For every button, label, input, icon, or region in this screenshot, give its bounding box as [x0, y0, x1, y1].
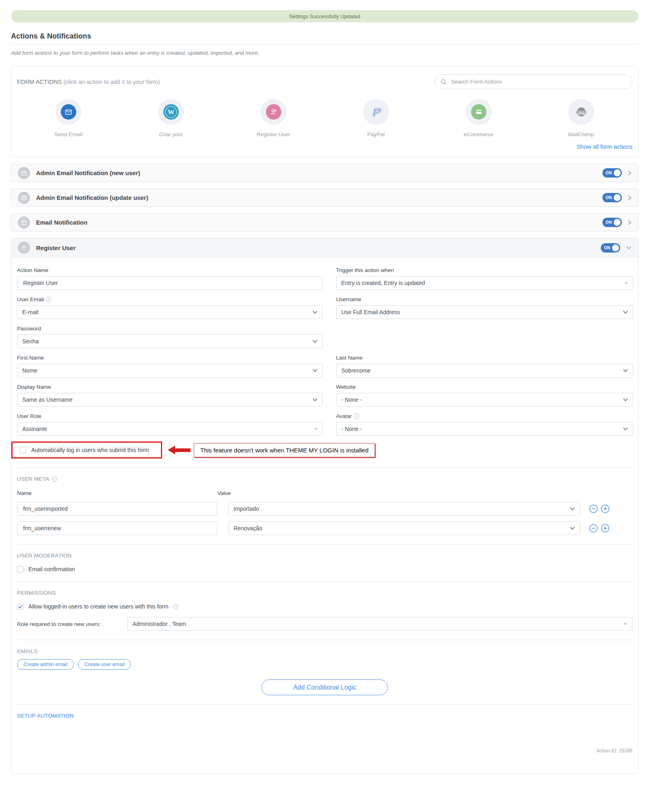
chevron-right-icon[interactable]	[628, 195, 632, 201]
first-name-select[interactable]: Nome	[17, 364, 323, 377]
create-user-email-button[interactable]: Create user email	[78, 659, 131, 670]
auto-login-label: Automatically log in users who submit th…	[31, 447, 149, 453]
emails-heading: EMAILS	[17, 648, 632, 654]
form-action-mailchimp[interactable]: MailChimp	[530, 99, 632, 137]
add-meta-button[interactable]	[601, 504, 610, 513]
info-icon[interactable]: i	[354, 413, 359, 419]
annotation-note: This feature doesn't work when THEME MY …	[194, 443, 375, 457]
caret-down-icon	[624, 623, 627, 625]
paypal-icon: PP	[368, 104, 384, 120]
user-meta-row: Importado	[17, 502, 632, 516]
search-form-actions[interactable]	[435, 74, 632, 89]
chevron-down-icon	[623, 369, 628, 372]
form-action-paypal[interactable]: PP PayPal	[325, 99, 427, 137]
action-row-admin-email-new-user[interactable]: Admin Email Notification (new user) ON	[11, 164, 638, 182]
avatar-select[interactable]: - None -	[336, 422, 633, 436]
password-select[interactable]: Senha	[17, 334, 323, 348]
action-name-label: Action Name	[17, 267, 323, 273]
email-icon	[18, 192, 30, 204]
section-divider	[17, 467, 632, 468]
action-name-input[interactable]	[22, 279, 317, 287]
user-email-select[interactable]: E-mail	[17, 305, 323, 319]
meta-value-select[interactable]: Importado	[228, 502, 580, 516]
last-name-label: Last Name	[336, 355, 633, 361]
register-user-header[interactable]: Register User ON	[11, 238, 638, 257]
trigger-select[interactable]: Entry is created, Entry is updated	[336, 276, 633, 290]
create-admin-email-button[interactable]: Create admin email	[17, 659, 74, 670]
website-label: Website	[336, 384, 633, 390]
remove-meta-button[interactable]	[589, 524, 598, 533]
display-name-select[interactable]: Same as Username	[17, 393, 323, 407]
user-role-select[interactable]: Assinante	[17, 422, 323, 436]
chevron-right-icon[interactable]	[628, 170, 632, 176]
register-user-icon	[18, 242, 30, 254]
chevron-down-icon	[313, 311, 317, 314]
chevron-down-icon	[570, 507, 575, 510]
toggle-admin-email-new-user[interactable]: ON	[602, 168, 622, 178]
email-icon	[18, 167, 30, 179]
display-name-label: Display Name	[17, 384, 323, 390]
info-icon[interactable]: i	[46, 297, 51, 302]
meta-name-field[interactable]	[17, 521, 217, 535]
website-select[interactable]: - None -	[336, 393, 633, 407]
remove-meta-button[interactable]	[589, 504, 598, 513]
toggle-register-user[interactable]: ON	[601, 243, 620, 253]
register-user-panel: Register User ON Action Name Trigger thi…	[11, 238, 638, 774]
title-divider	[11, 44, 638, 45]
user-role-label: User Role	[17, 413, 323, 419]
permissions-heading: PERMISSIONS	[17, 590, 632, 596]
mailchimp-icon	[574, 104, 589, 120]
avatar-label: Avatar	[336, 413, 352, 419]
action-row-admin-email-update-user[interactable]: Admin Email Notification (update user) O…	[11, 189, 638, 207]
auto-login-checkbox[interactable]	[20, 447, 26, 453]
user-meta-row: Renovação	[17, 521, 632, 535]
role-required-label: Role required to create new users:	[17, 621, 127, 627]
show-all-form-actions-link[interactable]: Show all form actions	[576, 144, 632, 150]
section-divider	[17, 640, 632, 640]
meta-value-column-label: Value	[217, 490, 231, 496]
email-confirmation-checkbox[interactable]	[17, 566, 24, 572]
ecommerce-icon	[471, 104, 486, 120]
meta-name-field[interactable]	[17, 502, 217, 516]
chevron-down-icon	[623, 311, 628, 314]
toggle-admin-email-update-user[interactable]: ON	[602, 193, 622, 202]
last-name-select[interactable]: Sobrenome	[336, 364, 633, 377]
setup-automation-link[interactable]: SETUP AUTOMATION	[17, 713, 632, 719]
first-name-label: First Name	[17, 355, 323, 361]
action-id-text: Action ID: 25285	[17, 748, 632, 754]
register-user-icon	[266, 104, 281, 120]
form-action-register-user[interactable]: Register User	[222, 99, 325, 137]
info-icon[interactable]: i	[52, 476, 57, 482]
search-input[interactable]	[450, 78, 626, 85]
chevron-down-icon	[623, 398, 628, 401]
annotation-arrow	[168, 446, 191, 454]
add-conditional-logic-button[interactable]: Add Conditional Logic	[261, 679, 388, 695]
form-action-ecommerce[interactable]: eCommerce	[427, 99, 530, 137]
form-actions-panel: FORM ACTIONS (click an action to add it …	[11, 66, 638, 157]
username-select[interactable]: Use Full Email Address	[336, 305, 633, 319]
search-icon	[441, 79, 447, 85]
form-action-create-post[interactable]: W Criar post	[120, 99, 222, 137]
action-row-email-notification[interactable]: Email Notification ON	[11, 213, 638, 231]
success-notice: Settings Successfully Updated	[11, 10, 638, 22]
add-meta-button[interactable]	[601, 524, 610, 533]
allow-create-users-checkbox[interactable]	[17, 603, 24, 610]
info-icon[interactable]: i	[173, 604, 178, 609]
toggle-email-notification[interactable]: ON	[602, 218, 622, 227]
action-name-field[interactable]	[17, 276, 323, 290]
meta-name-input[interactable]	[22, 505, 212, 512]
chevron-down-icon	[623, 427, 628, 431]
meta-name-input[interactable]	[22, 525, 212, 532]
form-actions-hint: (click an action to add it to your form)	[63, 79, 160, 85]
chevron-right-icon[interactable]	[628, 220, 632, 225]
chevron-down-icon[interactable]	[626, 246, 632, 250]
form-action-send-email[interactable]: Send Email	[17, 99, 120, 137]
role-required-select[interactable]: Administrador , Team	[127, 617, 632, 631]
email-confirmation-label: Email confirmation	[28, 566, 75, 572]
svg-text:P: P	[374, 105, 382, 118]
allow-create-users-label: Allow logged-in users to create new user…	[28, 603, 168, 610]
password-label: Password	[17, 326, 323, 332]
wordpress-icon: W	[163, 104, 179, 120]
meta-value-select[interactable]: Renovação	[228, 521, 580, 535]
trigger-label: Trigger this action when	[336, 267, 633, 273]
